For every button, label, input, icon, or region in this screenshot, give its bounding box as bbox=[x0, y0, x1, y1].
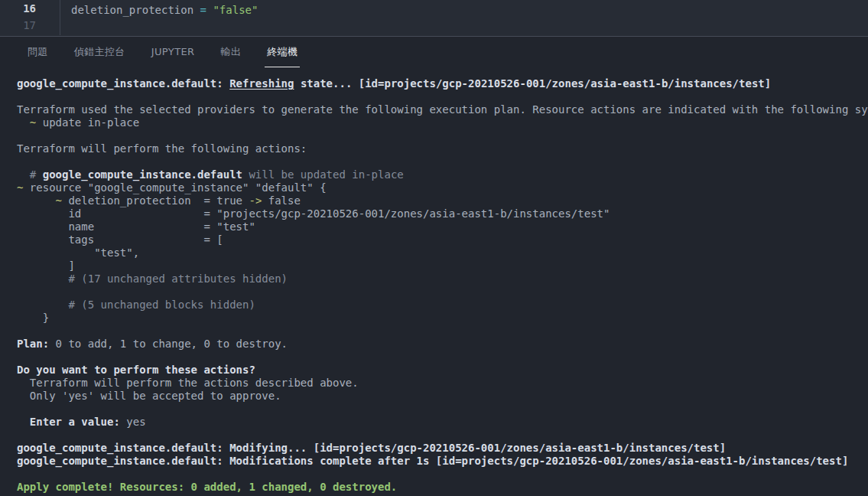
terminal-text-segment: false bbox=[262, 194, 301, 207]
terminal-text-segment: name = "test" bbox=[17, 220, 255, 233]
terminal-text-segment: google_compute_instance.default: Modific… bbox=[17, 455, 848, 467]
terminal-line: ] bbox=[17, 259, 868, 272]
terminal-text-segment bbox=[17, 194, 56, 207]
terminal-text-segment: ~ bbox=[56, 194, 62, 207]
tab-terminal[interactable]: 終端機 bbox=[265, 38, 300, 67]
code-text-segment: "false" bbox=[213, 4, 258, 16]
tab-debug-console[interactable]: 偵錯主控台 bbox=[72, 38, 128, 67]
terminal-line: # google_compute_instance.default will b… bbox=[17, 168, 868, 181]
terminal-text-segment: } bbox=[17, 312, 49, 324]
code-text-segment: deletion_protection bbox=[71, 4, 200, 16]
terminal-output[interactable]: google_compute_instance.default: Refresh… bbox=[0, 68, 868, 494]
terminal-line: name = "test" bbox=[17, 220, 868, 233]
terminal-line: # (5 unchanged blocks hidden) bbox=[17, 299, 868, 312]
terminal-line: Terraform will perform the actions descr… bbox=[17, 377, 868, 390]
terminal-text-segment: Apply complete! Resources: 0 added, 1 ch… bbox=[17, 481, 397, 493]
tab-output[interactable]: 輸出 bbox=[219, 38, 244, 67]
terminal-text-segment bbox=[17, 116, 30, 129]
terminal-text-segment: Terraform will perform the following act… bbox=[17, 142, 307, 155]
terminal-text-segment: 0 to add, 1 to change, 0 to destroy. bbox=[49, 338, 288, 350]
terminal-line: Do you want to perform these actions? bbox=[17, 364, 868, 377]
terminal-line: # (17 unchanged attributes hidden) bbox=[17, 272, 868, 286]
terminal-text-segment: Enter a value: bbox=[30, 416, 120, 428]
terminal-text-segment: Only 'yes' will be accepted to approve. bbox=[17, 390, 281, 402]
terminal-text-segment: google_compute_instance.default bbox=[43, 168, 242, 181]
terminal-line bbox=[17, 351, 868, 364]
terminal-line bbox=[17, 429, 868, 442]
panel-tab-bar: 問題 偵錯主控台 JUPYTER 輸出 終端機 bbox=[0, 37, 868, 68]
terminal-line: } bbox=[17, 312, 868, 325]
terminal-text-segment: # (17 unchanged attributes hidden) bbox=[17, 272, 288, 285]
terminal-text-segment: will be updated in-place bbox=[242, 168, 404, 181]
terminal-text-segment: tags = [ bbox=[17, 233, 223, 246]
terminal-line: id = "projects/gcp-20210526-001/zones/as… bbox=[17, 207, 868, 220]
terminal-line bbox=[17, 286, 868, 299]
code-line[interactable]: deletion_protection = "false" bbox=[0, 2, 868, 18]
terminal-text-segment: -> bbox=[249, 194, 262, 207]
terminal-line: "test", bbox=[17, 246, 868, 259]
terminal-text-segment: Terraform used the selected providers to… bbox=[17, 103, 868, 116]
terminal-text-segment: "test", bbox=[17, 246, 139, 259]
terminal-line: Terraform used the selected providers to… bbox=[17, 103, 868, 116]
terminal-line: tags = [ bbox=[17, 233, 868, 246]
terminal-line: google_compute_instance.default: Modifyi… bbox=[17, 442, 868, 455]
terminal-text-segment: Terraform will perform the actions descr… bbox=[17, 377, 359, 389]
tab-jupyter[interactable]: JUPYTER bbox=[149, 38, 197, 67]
code-text-segment: = bbox=[200, 4, 213, 16]
terminal-line: Apply complete! Resources: 0 added, 1 ch… bbox=[17, 481, 868, 494]
terminal-line bbox=[17, 129, 868, 142]
terminal-text-segment: Refreshing bbox=[229, 77, 294, 90]
terminal-text-segment: Do you want to perform these actions? bbox=[17, 364, 255, 376]
terminal-line: Terraform will perform the following act… bbox=[17, 142, 868, 155]
line-number: 17 bbox=[0, 17, 60, 34]
terminal-line bbox=[17, 468, 868, 481]
terminal-text-segment: resource "google_compute_instance" "defa… bbox=[23, 181, 326, 194]
terminal-line bbox=[17, 325, 868, 338]
terminal-line: google_compute_instance.default: Refresh… bbox=[17, 77, 868, 90]
terminal-text-segment: google_compute_instance.default: bbox=[17, 77, 229, 90]
terminal-line bbox=[17, 90, 868, 103]
terminal-text-segment: yes bbox=[120, 416, 146, 428]
editor-region[interactable]: 16 17 deletion_protection = "false" bbox=[0, 0, 868, 37]
terminal-line bbox=[17, 403, 868, 416]
terminal-line bbox=[17, 155, 868, 168]
terminal-line: ~ resource "google_compute_instance" "de… bbox=[17, 181, 868, 194]
terminal-text-segment: state... [id=projects/gcp-20210526-001/z… bbox=[294, 77, 771, 90]
terminal-line: Enter a value: yes bbox=[17, 416, 868, 429]
terminal-text-segment: Plan: bbox=[17, 338, 49, 350]
terminal-text-segment: deletion_protection = true bbox=[62, 194, 249, 207]
tab-problems[interactable]: 問題 bbox=[25, 38, 50, 67]
terminal-line: ~ update in-place bbox=[17, 116, 868, 129]
terminal-text-segment bbox=[17, 416, 30, 428]
terminal-text-segment: google_compute_instance.default: Modifyi… bbox=[17, 442, 726, 454]
terminal-text-segment: ] bbox=[17, 259, 75, 272]
terminal-text-segment: # (5 unchanged blocks hidden) bbox=[17, 299, 255, 311]
terminal-text-segment: # bbox=[17, 168, 43, 181]
terminal-line: Plan: 0 to add, 1 to change, 0 to destro… bbox=[17, 338, 868, 351]
terminal-line: google_compute_instance.default: Modific… bbox=[17, 455, 868, 468]
terminal-text-segment: update in-place bbox=[36, 116, 139, 129]
terminal-text-segment: id = "projects/gcp-20210526-001/zones/as… bbox=[17, 207, 610, 220]
terminal-line: ~ deletion_protection = true -> false bbox=[17, 194, 868, 207]
terminal-line: Only 'yes' will be accepted to approve. bbox=[17, 390, 868, 403]
